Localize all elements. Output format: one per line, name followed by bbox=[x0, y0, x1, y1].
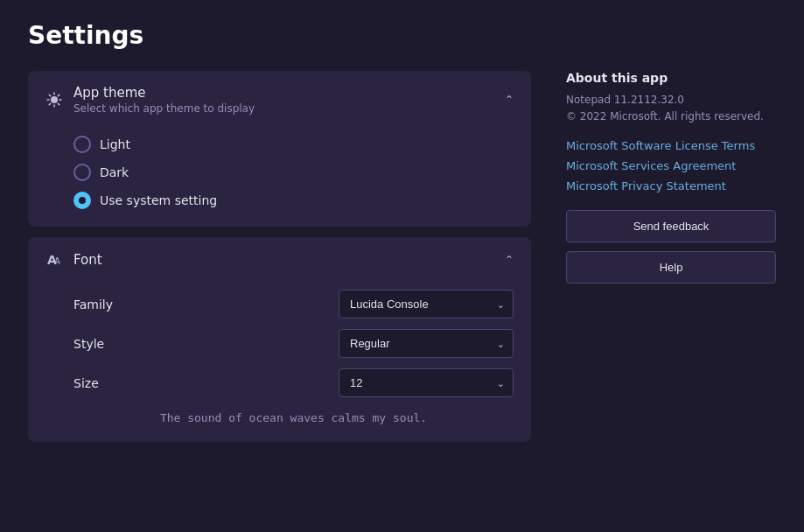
theme-option-light[interactable]: Light bbox=[73, 136, 514, 153]
services-agreement-link[interactable]: Microsoft Services Agreement bbox=[566, 159, 776, 172]
radio-label-dark: Dark bbox=[100, 165, 129, 179]
about-sidebar: About this app Notepad 11.2112.32.0 © 20… bbox=[566, 71, 776, 511]
radio-label-light: Light bbox=[100, 137, 130, 151]
theme-panel-text: App theme Select which app theme to disp… bbox=[73, 85, 255, 115]
font-family-select-wrapper: Lucida Console Consolas Courier New Aria… bbox=[339, 290, 514, 318]
theme-panel: App theme Select which app theme to disp… bbox=[28, 71, 531, 227]
theme-panel-title: App theme bbox=[73, 85, 255, 101]
font-panel-header[interactable]: A A Font ⌃ bbox=[28, 237, 531, 283]
about-version-line2: © 2022 Microsoft. All rights reserved. bbox=[566, 110, 764, 122]
radio-circle-system bbox=[73, 192, 91, 209]
about-version: Notepad 11.2112.32.0 © 2022 Microsoft. A… bbox=[566, 92, 776, 125]
font-size-label: Size bbox=[73, 376, 143, 390]
theme-panel-subtitle: Select which app theme to display bbox=[73, 102, 255, 115]
font-size-select-wrapper: 8 10 12 14 16 18 20 ⌄ bbox=[339, 368, 514, 397]
radio-label-system: Use system setting bbox=[100, 193, 217, 207]
about-title: About this app bbox=[566, 71, 776, 85]
font-size-row: Size 8 10 12 14 16 18 20 bbox=[73, 368, 514, 397]
theme-option-system[interactable]: Use system setting bbox=[73, 192, 514, 209]
settings-panels: App theme Select which app theme to disp… bbox=[28, 71, 531, 511]
theme-panel-content: Light Dark Use system setting bbox=[28, 129, 531, 227]
font-family-label: Family bbox=[73, 298, 143, 312]
font-panel-title: Font bbox=[73, 252, 102, 268]
font-chevron-icon: ⌃ bbox=[505, 254, 514, 266]
radio-circle-light bbox=[73, 136, 91, 153]
about-links: Microsoft Software License Terms Microso… bbox=[566, 139, 776, 192]
settings-page: Settings App theme Select bbox=[0, 0, 804, 532]
license-terms-link[interactable]: Microsoft Software License Terms bbox=[566, 139, 776, 152]
page-title: Settings bbox=[28, 21, 776, 50]
font-panel-text: Font bbox=[73, 252, 102, 268]
font-family-select[interactable]: Lucida Console Consolas Courier New Aria… bbox=[339, 290, 514, 318]
theme-panel-header-left: App theme Select which app theme to disp… bbox=[45, 85, 255, 115]
help-button[interactable]: Help bbox=[566, 251, 776, 284]
font-panel-content: Family Lucida Console Consolas Courier N… bbox=[28, 283, 531, 442]
font-preview-text: The sound of ocean waves calms my soul. bbox=[73, 411, 514, 424]
font-fields: Family Lucida Console Consolas Courier N… bbox=[73, 290, 514, 397]
main-content: App theme Select which app theme to disp… bbox=[28, 71, 776, 511]
privacy-statement-link[interactable]: Microsoft Privacy Statement bbox=[566, 179, 776, 192]
font-style-select[interactable]: Regular Bold Italic Bold Italic bbox=[339, 329, 514, 358]
font-style-label: Style bbox=[73, 337, 143, 351]
theme-icon bbox=[45, 91, 63, 108]
font-size-select[interactable]: 8 10 12 14 16 18 20 bbox=[339, 368, 514, 397]
font-panel-header-left: A A Font bbox=[45, 251, 102, 269]
font-panel: A A Font ⌃ Family bbox=[28, 237, 531, 442]
theme-radio-group: Light Dark Use system setting bbox=[73, 136, 514, 209]
theme-option-dark[interactable]: Dark bbox=[73, 164, 514, 181]
radio-circle-dark bbox=[73, 164, 91, 181]
sidebar-buttons: Send feedback Help bbox=[566, 210, 776, 284]
svg-text:A: A bbox=[54, 256, 60, 266]
font-family-row: Family Lucida Console Consolas Courier N… bbox=[73, 290, 514, 318]
svg-point-0 bbox=[51, 96, 58, 103]
theme-chevron-icon: ⌃ bbox=[505, 94, 514, 106]
font-style-select-wrapper: Regular Bold Italic Bold Italic ⌄ bbox=[339, 329, 514, 358]
about-version-line1: Notepad 11.2112.32.0 bbox=[566, 94, 684, 106]
font-style-row: Style Regular Bold Italic Bold Italic ⌄ bbox=[73, 329, 514, 358]
font-icon: A A bbox=[45, 251, 63, 269]
send-feedback-button[interactable]: Send feedback bbox=[566, 210, 776, 242]
theme-panel-header[interactable]: App theme Select which app theme to disp… bbox=[28, 71, 531, 129]
